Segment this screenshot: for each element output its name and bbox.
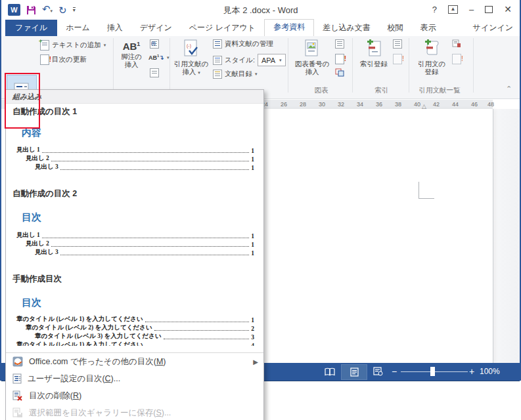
gallery-item-auto-toc-2[interactable]: 自動作成の目次 2 目次 見出し 11 見出し 21 見出し 31 bbox=[6, 188, 263, 257]
maximize-button[interactable] bbox=[485, 6, 493, 13]
tab-file[interactable]: ファイル bbox=[5, 20, 57, 36]
bibliography-dropdown-arrow: ▾ bbox=[255, 72, 258, 77]
collapse-ribbon-button[interactable]: ⌃ bbox=[506, 85, 512, 93]
help-button[interactable]: ? bbox=[432, 5, 437, 14]
ribbon-display-options-button[interactable]: ▲ bbox=[448, 5, 458, 14]
insert-citation-button[interactable]: (-) 引用文献の 挿入 ▾ bbox=[173, 39, 209, 77]
toc-entry: 見出し 31 bbox=[6, 163, 263, 171]
ruler-tick: 28 bbox=[300, 101, 306, 108]
insert-index-button[interactable] bbox=[393, 39, 402, 49]
web-layout-button[interactable] bbox=[368, 364, 388, 379]
insert-citation-icon: (-) bbox=[184, 39, 198, 58]
insert-table-of-authorities-button[interactable] bbox=[452, 39, 461, 49]
group-label-captions: 図表 bbox=[293, 86, 350, 95]
sign-in-link[interactable]: サインイン bbox=[473, 20, 513, 36]
text-boundary-corner-mark bbox=[419, 198, 434, 199]
tab-review[interactable]: 校閲 bbox=[379, 20, 412, 36]
close-button[interactable]: ✕ bbox=[504, 4, 512, 14]
tab-references[interactable]: 参考資料 bbox=[264, 19, 314, 36]
insert-table-of-figures-button[interactable] bbox=[335, 39, 344, 49]
menu-item-remove-toc[interactable]: 目次の削除(R) bbox=[6, 387, 263, 404]
submenu-arrow-icon: ▶ bbox=[253, 358, 258, 366]
text-boundary-corner-mark bbox=[419, 182, 419, 199]
next-footnote-button[interactable]: AB1↴ ▾ bbox=[148, 54, 169, 61]
update-toc-button[interactable]: ! 目次の更新 bbox=[40, 54, 87, 65]
ribbon-tab-bar: ファイル ホーム 挿入 デザイン ページ レイアウト 参考資料 差し込み文書 校… bbox=[1, 20, 520, 36]
insert-footnote-label-1: 脚注の bbox=[121, 52, 142, 60]
update-table-of-figures-icon: ! bbox=[335, 54, 344, 64]
add-text-label: テキストの追加 bbox=[52, 41, 101, 50]
tab-home[interactable]: ホーム bbox=[57, 20, 99, 36]
next-footnote-icon: AB1↴ bbox=[148, 54, 164, 61]
toc-entry: 見出し 21 bbox=[6, 240, 263, 248]
mark-index-entry-button[interactable]: 索引登録 bbox=[357, 39, 390, 68]
redo-button[interactable]: ↻ bbox=[58, 5, 67, 15]
update-table-of-authorities-button[interactable]: ! bbox=[452, 54, 461, 64]
insert-table-of-authorities-icon bbox=[452, 39, 461, 49]
word-app-icon[interactable]: W bbox=[8, 4, 20, 16]
table-of-figures-icon bbox=[335, 39, 344, 49]
toc-entry: 章のタイトル (レベル 2) を入力してください2 bbox=[6, 324, 263, 332]
gallery-item-manual-toc[interactable]: 手動作成目次 目次 章のタイトル (レベル 1) を入力してください1 章のタイ… bbox=[6, 274, 263, 346]
svg-text:(-): (-) bbox=[187, 43, 191, 49]
add-text-button[interactable]: + テキストの追加 ▾ bbox=[40, 40, 106, 51]
mark-citation-button[interactable]: 引用文の 登録 bbox=[414, 39, 449, 75]
toc-entry: 見出し 11 bbox=[6, 146, 263, 154]
mark-citation-label-2: 登録 bbox=[425, 68, 439, 75]
zoom-level[interactable]: 100% bbox=[480, 367, 500, 376]
tab-view[interactable]: 表示 bbox=[412, 20, 445, 36]
ruler-tick: 38 bbox=[395, 101, 401, 108]
update-toc-icon: ! bbox=[40, 54, 49, 65]
footnote-ab-icon: AB1 bbox=[123, 40, 141, 51]
cross-reference-button[interactable] bbox=[335, 68, 344, 78]
save-button[interactable] bbox=[26, 5, 36, 15]
update-table-of-figures-button[interactable]: ! bbox=[335, 54, 344, 64]
ruler-tick: 42 bbox=[433, 101, 440, 108]
minimize-button[interactable]: – bbox=[469, 5, 474, 14]
tab-insert[interactable]: 挿入 bbox=[99, 20, 131, 36]
update-table-of-authorities-icon: ! bbox=[452, 54, 461, 64]
citation-style-control: スタイル: APA▾ bbox=[213, 54, 286, 66]
menu-item-more-tocs-office-com[interactable]: Office.com で作ったその他の目次(M) ▶ bbox=[6, 353, 263, 370]
toc-entry-clipped: 章のタイトル (レベル 1) を入力してください4 bbox=[6, 341, 263, 346]
window-controls: ? ▲ – ✕ bbox=[432, 4, 512, 14]
manage-sources-label: 資料文献の管理 bbox=[225, 39, 273, 49]
undo-button[interactable]: ↶▾ bbox=[42, 4, 53, 16]
read-mode-icon bbox=[325, 368, 335, 376]
save-selection-icon bbox=[12, 408, 23, 418]
tab-design[interactable]: デザイン bbox=[131, 20, 181, 36]
menu-item-custom-toc[interactable]: ユーザー設定の目次(C)... bbox=[6, 370, 263, 387]
zoom-in-button[interactable]: + bbox=[469, 366, 474, 377]
ruler-tick: 48 bbox=[487, 101, 494, 108]
zoom-slider-thumb[interactable] bbox=[430, 367, 435, 376]
insert-caption-button[interactable]: 図表番号の 挿入 bbox=[293, 39, 331, 75]
ruler-tick: 34 bbox=[357, 101, 363, 108]
toc-entry: 見出し 21 bbox=[6, 154, 263, 163]
insert-endnote-button[interactable]: (i) bbox=[150, 39, 159, 49]
insert-index-icon bbox=[393, 39, 402, 49]
undo-dropdown-arrow[interactable]: ▾ bbox=[51, 9, 53, 13]
update-index-button[interactable]: ! bbox=[393, 54, 402, 64]
manage-sources-button[interactable]: 資料文献の管理 bbox=[213, 39, 273, 49]
bibliography-icon bbox=[213, 70, 222, 79]
toc-preview-heading: 目次 bbox=[22, 211, 263, 224]
style-icon bbox=[213, 56, 222, 65]
style-select[interactable]: APA▾ bbox=[258, 54, 286, 66]
title-bar: 見本 2 .docx - Word W ↶▾ ↻ ▾ ? ▲ – ✕ bbox=[1, 0, 520, 20]
customize-qat-button[interactable]: ▾ bbox=[73, 7, 76, 12]
insert-footnote-button[interactable]: AB1 脚注の 挿入 bbox=[117, 40, 146, 68]
read-mode-button[interactable] bbox=[320, 364, 340, 379]
print-layout-button[interactable] bbox=[341, 364, 367, 380]
gallery-item-auto-toc-1[interactable]: 自動作成の目次 1 内容 見出し 11 見出し 21 見出し 31 bbox=[6, 106, 263, 171]
tab-page-layout[interactable]: ページ レイアウト bbox=[181, 20, 264, 36]
insert-citation-label-2: 挿入 ▾ bbox=[182, 68, 200, 77]
mark-citation-icon bbox=[424, 39, 440, 58]
remove-toc-icon bbox=[12, 390, 23, 401]
zoom-out-button[interactable]: − bbox=[392, 366, 397, 377]
group-label-table-of-authorities: 引用文献一覧 bbox=[409, 86, 470, 95]
bibliography-button[interactable]: 文献目録 ▾ bbox=[213, 70, 258, 79]
tab-mailings[interactable]: 差し込み文書 bbox=[314, 20, 379, 36]
style-dropdown-arrow: ▾ bbox=[279, 58, 282, 63]
update-index-icon: ! bbox=[393, 54, 402, 64]
show-notes-button[interactable] bbox=[150, 68, 159, 77]
